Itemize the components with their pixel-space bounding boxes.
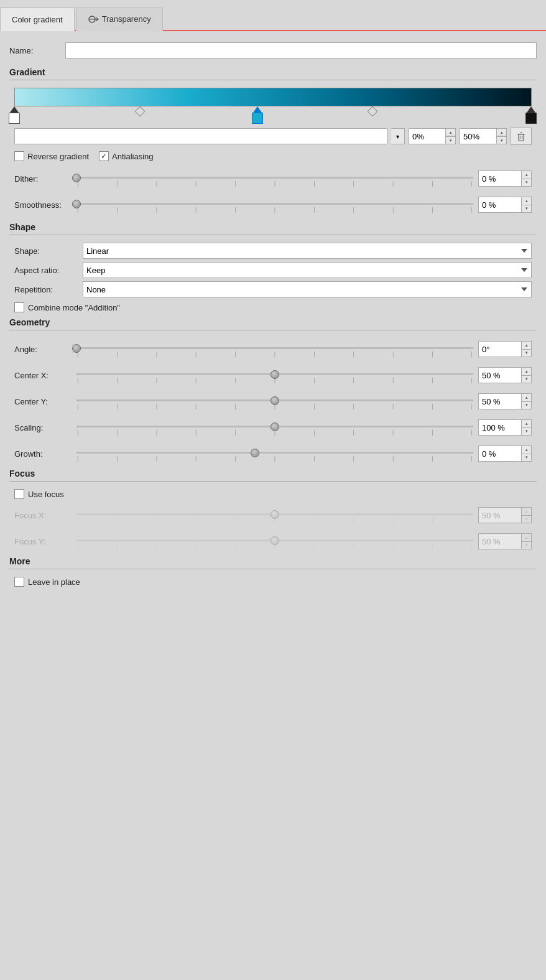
scaling-row: Scaling: ||||||||||| ▴ ▾ bbox=[14, 416, 532, 439]
scaling-up[interactable]: ▴ bbox=[522, 420, 531, 428]
growth-up[interactable]: ▴ bbox=[522, 446, 531, 454]
combine-mode-row: Combine mode "Addition" bbox=[14, 302, 532, 312]
focus-section: Focus Use focus Focus X: ||||||||||| bbox=[9, 469, 537, 553]
stop-color-display[interactable] bbox=[14, 128, 387, 144]
stop-marker-right[interactable] bbox=[525, 106, 537, 124]
center-y-value-group: ▴ ▾ bbox=[478, 393, 532, 409]
stop-diamond-2[interactable] bbox=[368, 106, 378, 117]
shape-dropdown[interactable]: Linear Radial Square Conical Spiral bbox=[83, 243, 532, 259]
delete-stop-button[interactable] bbox=[511, 128, 532, 145]
dither-up[interactable]: ▴ bbox=[522, 171, 531, 179]
more-section-heading: More bbox=[9, 556, 537, 566]
scaling-spin-arrows: ▴ ▾ bbox=[522, 419, 532, 436]
stop-diamond-1[interactable] bbox=[135, 106, 146, 117]
tab-transparency[interactable]: Transparency bbox=[76, 7, 163, 31]
angle-slider-container[interactable]: ||||||||||| bbox=[76, 340, 473, 358]
check-row-gradient: Reverse gradient Antialiasing bbox=[14, 151, 532, 161]
stop-marker-left[interactable] bbox=[9, 106, 20, 124]
antialiasing-check-item[interactable]: Antialiasing bbox=[99, 151, 154, 161]
focus-y-slider-container: ||||||||||| bbox=[76, 532, 473, 551]
center-x-up[interactable]: ▴ bbox=[522, 368, 531, 376]
smoothness-down[interactable]: ▾ bbox=[522, 205, 531, 213]
focus-y-label: Focus Y: bbox=[14, 537, 76, 546]
name-input[interactable] bbox=[65, 42, 537, 58]
gradient-stops bbox=[14, 106, 532, 124]
focus-x-row: Focus X: ||||||||||| ▴ ▾ bbox=[14, 504, 532, 526]
angle-down[interactable]: ▾ bbox=[522, 350, 531, 357]
center-x-slider-container[interactable]: ||||||||||| bbox=[76, 366, 473, 385]
focus-section-heading: Focus bbox=[9, 469, 537, 478]
geometry-section: Geometry Angle: ||||||||||| ▴ ▾ bbox=[9, 317, 537, 465]
shape-section-heading: Shape bbox=[9, 222, 537, 232]
angle-label: Angle: bbox=[14, 345, 76, 354]
reverse-gradient-check-item[interactable]: Reverse gradient bbox=[14, 151, 89, 161]
smoothness-slider-container[interactable]: ||||||||||| bbox=[76, 195, 473, 214]
stop-position-up[interactable]: ▴ bbox=[446, 129, 455, 136]
dither-spin-arrows: ▴ ▾ bbox=[522, 170, 532, 187]
angle-up[interactable]: ▴ bbox=[522, 342, 531, 350]
center-x-label: Center X: bbox=[14, 371, 76, 380]
center-y-slider-container[interactable]: ||||||||||| bbox=[76, 392, 473, 411]
angle-value-input[interactable] bbox=[478, 341, 522, 357]
center-y-down[interactable]: ▾ bbox=[522, 402, 531, 409]
dither-down[interactable]: ▾ bbox=[522, 179, 531, 187]
center-x-spin-arrows: ▴ ▾ bbox=[522, 367, 532, 383]
use-focus-checkbox[interactable] bbox=[14, 489, 24, 499]
growth-label: Growth: bbox=[14, 449, 76, 459]
dither-value-input[interactable] bbox=[478, 170, 522, 187]
scaling-slider-container[interactable]: ||||||||||| bbox=[76, 418, 473, 437]
stop-opacity-up[interactable]: ▴ bbox=[497, 129, 506, 136]
repetition-dropdown[interactable]: None Sawtooth wave Triangular wave bbox=[83, 281, 532, 297]
center-y-up[interactable]: ▴ bbox=[522, 394, 531, 402]
leave-in-place-checkbox[interactable] bbox=[14, 577, 24, 587]
growth-spin-arrows: ▴ ▾ bbox=[522, 446, 532, 462]
stop-marker-middle[interactable] bbox=[252, 106, 263, 124]
growth-down[interactable]: ▾ bbox=[522, 454, 531, 462]
reverse-gradient-checkbox[interactable] bbox=[14, 151, 24, 161]
color-gradient-tab-label: Color gradient bbox=[12, 15, 63, 24]
focus-x-up: ▴ bbox=[522, 508, 531, 516]
gradient-section-heading: Gradient bbox=[9, 67, 537, 77]
combine-mode-checkbox[interactable] bbox=[14, 302, 24, 312]
scaling-down[interactable]: ▾ bbox=[522, 428, 531, 436]
center-x-value-input[interactable] bbox=[478, 367, 522, 383]
gradient-bar-container bbox=[14, 88, 532, 124]
use-focus-label: Use focus bbox=[28, 490, 64, 499]
focus-y-down: ▾ bbox=[522, 542, 531, 549]
more-section: More Leave in place bbox=[9, 556, 537, 587]
focus-x-spin-arrows: ▴ ▾ bbox=[522, 507, 532, 523]
gradient-section: Gradient bbox=[9, 67, 537, 216]
smoothness-up[interactable]: ▴ bbox=[522, 197, 531, 205]
stop-position-input[interactable] bbox=[409, 128, 446, 144]
focus-y-spin-arrows: ▴ ▾ bbox=[522, 533, 532, 549]
scaling-value-input[interactable] bbox=[478, 419, 522, 436]
smoothness-spin-arrows: ▴ ▾ bbox=[522, 197, 532, 213]
stop-color-dropdown-btn[interactable]: ▾ bbox=[391, 128, 405, 144]
shape-dropdown-label: Shape: bbox=[14, 246, 83, 256]
stop-position-down[interactable]: ▾ bbox=[446, 136, 455, 144]
dither-slider-container[interactable]: ||||||||||| bbox=[76, 169, 473, 188]
focus-x-value-input bbox=[478, 507, 522, 523]
focus-y-row: Focus Y: ||||||||||| ▴ ▾ bbox=[14, 530, 532, 553]
name-row: Name: bbox=[9, 42, 537, 58]
center-x-down[interactable]: ▾ bbox=[522, 376, 531, 383]
growth-value-input[interactable] bbox=[478, 446, 522, 462]
tab-color-gradient[interactable]: Color gradient bbox=[0, 7, 75, 31]
antialiasing-label: Antialiasing bbox=[112, 152, 154, 161]
growth-slider-container[interactable]: ||||||||||| bbox=[76, 444, 473, 463]
stop-opacity-input[interactable] bbox=[460, 128, 497, 144]
focus-x-down: ▾ bbox=[522, 516, 531, 523]
main-content: Name: Gradient bbox=[0, 31, 546, 604]
growth-row: Growth: ||||||||||| ▴ ▾ bbox=[14, 442, 532, 465]
center-y-spin-arrows: ▴ ▾ bbox=[522, 393, 532, 409]
transparency-icon bbox=[88, 15, 99, 24]
aspect-dropdown[interactable]: Keep Stretch bbox=[83, 262, 532, 278]
focus-y-value-input bbox=[478, 533, 522, 549]
antialiasing-checkbox[interactable] bbox=[99, 151, 109, 161]
smoothness-value-input[interactable] bbox=[478, 197, 522, 213]
smoothness-row: Smoothness: ||||||||||| ▴ ▾ bbox=[14, 194, 532, 216]
center-y-value-input[interactable] bbox=[478, 393, 522, 409]
stop-opacity-down[interactable]: ▾ bbox=[497, 136, 506, 144]
tab-bar: Color gradient Transparency bbox=[0, 0, 546, 31]
gradient-bar[interactable] bbox=[14, 88, 532, 106]
